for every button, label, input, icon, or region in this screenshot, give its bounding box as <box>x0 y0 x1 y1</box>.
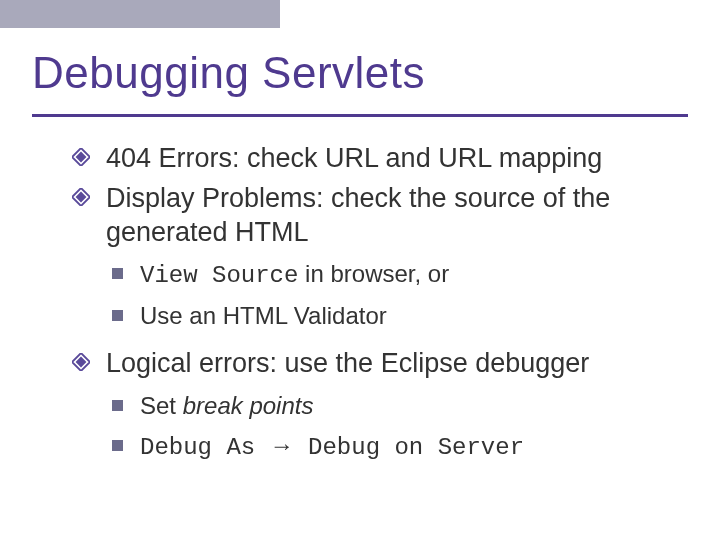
subbullet-html-validator: Use an HTML Validator <box>112 301 672 331</box>
slide-body: 404 Errors: check URL and URL mapping Di… <box>72 142 672 471</box>
diamond-bullet-icon <box>72 188 90 206</box>
square-bullet-icon <box>112 310 123 321</box>
diamond-bullet-icon <box>72 353 90 371</box>
square-bullet-icon <box>112 400 123 411</box>
slide: Debugging Servlets 404 Errors: check URL… <box>0 0 720 540</box>
diamond-bullet-icon <box>72 148 90 166</box>
square-bullet-icon <box>112 268 123 279</box>
square-bullet-icon <box>112 440 123 451</box>
bullet-text: Use an HTML Validator <box>140 302 387 329</box>
bullet-text: Logical errors: use the Eclipse debugger <box>106 348 589 378</box>
subbullet-debug-as: Debug As → Debug on Server <box>112 431 672 463</box>
bullet-404-errors: 404 Errors: check URL and URL mapping <box>72 142 672 176</box>
svg-marker-5 <box>76 357 87 368</box>
code-text: Debug As <box>140 434 270 461</box>
bullet-text: in browser, or <box>298 260 449 287</box>
bullet-logical-errors: Logical errors: use the Eclipse debugger <box>72 347 672 381</box>
title-underline <box>32 114 688 117</box>
bullet-display-problems: Display Problems: check the source of th… <box>72 182 672 250</box>
slide-title: Debugging Servlets <box>32 48 425 98</box>
svg-marker-3 <box>76 191 87 202</box>
subbullet-view-source: View Source in browser, or <box>112 259 672 291</box>
bullet-text: 404 Errors: check URL and URL mapping <box>106 143 602 173</box>
code-text: Debug on Server <box>294 434 524 461</box>
svg-marker-1 <box>76 152 87 163</box>
arrow-icon: → <box>270 432 294 459</box>
bullet-text: Set <box>140 392 183 419</box>
italic-text: break points <box>183 392 314 419</box>
top-accent-bar <box>0 0 280 28</box>
code-text: View Source <box>140 262 298 289</box>
subbullet-break-points: Set break points <box>112 391 672 421</box>
bullet-text: Display Problems: check the source of th… <box>106 183 610 247</box>
